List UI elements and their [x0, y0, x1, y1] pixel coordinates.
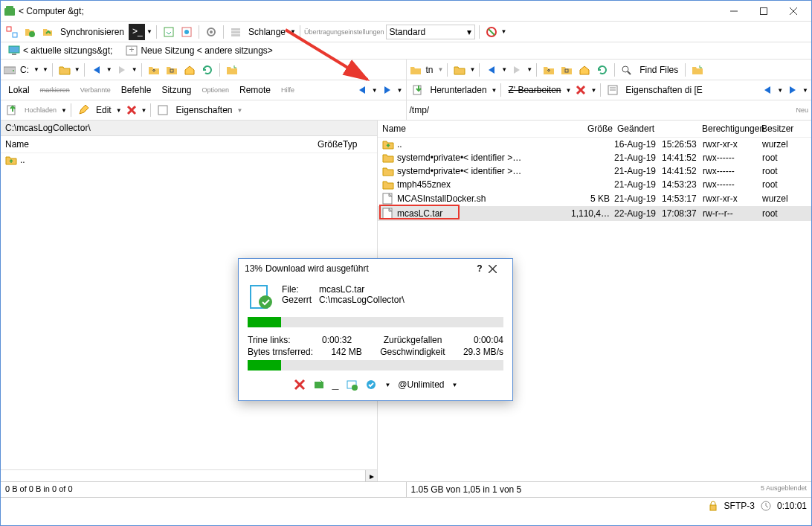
upload-label[interactable]: Hochladen	[22, 106, 59, 114]
elapsed-key: Zurückgefallen	[384, 335, 442, 345]
sync-icon-2[interactable]	[39, 24, 56, 40]
home-icon[interactable]	[181, 62, 198, 78]
col-owner[interactable]: Besitzer	[761, 124, 806, 134]
find-icon[interactable]	[619, 62, 635, 78]
nav-fwd-icon[interactable]	[509, 62, 525, 78]
queue-icon[interactable]	[228, 24, 244, 40]
list-item[interactable]: MCASInstallDocker.sh5 KB21-Aug-1914:53:1…	[378, 191, 811, 206]
disconnect-icon[interactable]	[483, 24, 500, 40]
col-rights[interactable]: Berechtigungen	[702, 124, 761, 134]
minimize-icon[interactable]: _	[332, 378, 339, 391]
background-icon[interactable]	[313, 379, 325, 391]
list-item[interactable]: tmph455znex21-Aug-1914:53:23rwx------roo…	[378, 178, 811, 191]
timeleft-value: 0:00:32	[322, 335, 352, 345]
delete-icon[interactable]	[573, 82, 589, 98]
nav-prev-icon[interactable]	[354, 82, 370, 98]
transfer-icon-1[interactable]	[161, 24, 177, 40]
minimize-button[interactable]	[719, 1, 749, 21]
edit-icon[interactable]	[75, 102, 91, 118]
close-button[interactable]	[779, 1, 808, 21]
sync-browse-icon[interactable]	[224, 62, 240, 78]
cancel-icon[interactable]	[294, 379, 306, 391]
remote-drive[interactable]: tn	[423, 65, 436, 75]
queue-icon[interactable]	[346, 379, 358, 391]
find-files-label[interactable]: Find Files	[637, 65, 681, 75]
list-item[interactable]: systemd•private•< identifier >…21-Aug-19…	[378, 164, 811, 178]
help-button[interactable]: ?	[471, 263, 489, 274]
queue-dropdown[interactable]: ▼	[290, 28, 296, 35]
open-folder-icon[interactable]	[57, 62, 73, 78]
drive-bar-right: tn ▼ ▼ ▼ ▼ Find Files	[406, 60, 812, 80]
sync-folders-icon[interactable]	[22, 24, 38, 40]
edit-label-2[interactable]: Z' Bearbeiten	[505, 85, 564, 95]
nav-fwd-icon[interactable]	[114, 62, 130, 78]
tab-label: < aktuelle sitzungs&gt;	[23, 45, 112, 56]
refresh-icon[interactable]	[594, 62, 610, 78]
delete-icon[interactable]	[123, 102, 140, 118]
transfer-settings-dropdown[interactable]: Standard ▾	[386, 25, 475, 39]
tab-new-session[interactable]: + Neue Sitzung < andere sitzungs>	[121, 44, 277, 57]
new-label[interactable]: Neu	[796, 106, 808, 114]
speed-limit-label[interactable]: @Unlimited	[398, 379, 444, 390]
root-folder-icon[interactable]	[558, 62, 575, 78]
properties-icon[interactable]	[155, 102, 171, 118]
open-folder-icon[interactable]	[451, 62, 468, 78]
col-name[interactable]: Name	[382, 124, 568, 134]
console-dropdown[interactable]: ▼	[146, 28, 152, 35]
properties-label[interactable]: Eigenschaften	[173, 105, 235, 115]
menu-remote[interactable]: Remote	[235, 83, 275, 97]
nav-back-icon[interactable]	[88, 62, 105, 78]
download-icon[interactable]	[410, 82, 426, 98]
app-icon	[4, 5, 16, 17]
nav-back-icon[interactable]	[483, 62, 500, 78]
col-size[interactable]: Größe	[306, 139, 343, 150]
menu-optionen[interactable]: Optionen	[197, 85, 233, 95]
maximize-button[interactable]	[749, 1, 779, 21]
gear-icon[interactable]	[203, 24, 219, 40]
dialog-percent: 13%	[245, 263, 262, 274]
scroll-right-icon[interactable]: ▸	[365, 470, 377, 481]
sync-browse-icon[interactable]	[689, 62, 706, 78]
menu-lokal[interactable]: Lokal	[4, 83, 34, 97]
drive-letter[interactable]: C:	[17, 65, 32, 75]
transfer-icon-2[interactable]	[178, 24, 195, 40]
upload-icon[interactable]	[4, 102, 20, 118]
nav-next-icon[interactable]	[784, 82, 801, 98]
menu-hilfe[interactable]: Hilfe	[277, 85, 299, 95]
speed-limit-icon[interactable]	[365, 379, 377, 391]
list-item[interactable]: systemd•private•< identifier >…21-Aug-19…	[378, 151, 811, 164]
properties-icon[interactable]	[605, 82, 621, 98]
list-item[interactable]: ..	[1, 153, 377, 167]
tab-current-session[interactable]: < aktuelle sitzungs&gt;	[4, 44, 117, 57]
console-icon[interactable]: >_	[129, 24, 145, 40]
left-path: C:\mcasLogCollector\	[1, 121, 377, 136]
col-type[interactable]: Typ	[343, 139, 373, 150]
new-session-icon: +	[126, 45, 138, 56]
menu-sitzung[interactable]: Sitzung	[157, 83, 196, 97]
properties-label-2[interactable]: Eigenschaften di [E	[622, 85, 705, 95]
col-changed[interactable]: Geändert	[613, 124, 702, 134]
compare-icon[interactable]	[4, 24, 20, 40]
timeleft-key: Trine links:	[248, 335, 291, 345]
parent-folder-icon[interactable]	[146, 62, 162, 78]
queue-label[interactable]: Schlange	[245, 27, 289, 37]
menu-verbannte[interactable]: Verbannte	[76, 85, 115, 95]
nav-prev-icon[interactable]	[759, 82, 776, 98]
sync-label[interactable]: Synchronisieren	[57, 27, 127, 37]
home-icon[interactable]	[576, 62, 593, 78]
download-label[interactable]: Herunterladen	[428, 85, 490, 95]
parent-folder-icon[interactable]	[541, 62, 557, 78]
nav-next-icon[interactable]	[379, 82, 396, 98]
root-folder-icon[interactable]	[164, 62, 180, 78]
menu-markieren[interactable]: markieren	[36, 85, 74, 95]
disconnect-dropdown[interactable]: ▼	[501, 28, 507, 35]
refresh-icon[interactable]	[199, 62, 216, 78]
list-item[interactable]: ..16-Aug-1915:26:53rwxr-xr-xwurzel	[378, 138, 811, 151]
col-size[interactable]: Größe	[568, 124, 613, 134]
svg-rect-6	[7, 27, 11, 31]
col-name[interactable]: Name	[5, 139, 306, 150]
menu-befehle[interactable]: Befehle	[117, 83, 156, 97]
edit-label[interactable]: Edit	[93, 105, 115, 115]
list-item[interactable]: mcasLC.tar1,110,4…22-Aug-1917:08:37rw-r-…	[378, 206, 811, 221]
dialog-close-button[interactable]	[489, 265, 506, 273]
